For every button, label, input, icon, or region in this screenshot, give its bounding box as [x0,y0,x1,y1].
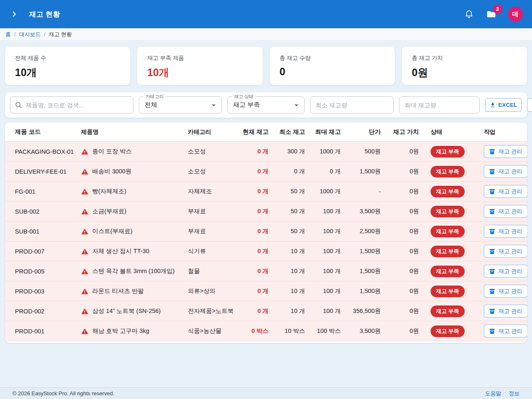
max-stock-input[interactable] [399,96,480,113]
column-header-current: 현재 재고 [242,128,270,136]
unit-price: 3,500원 [342,327,382,335]
product-name-cell: 자체 생산 접시 TT-30 [81,247,188,255]
min-stock: 50 개 [270,187,307,195]
product-name: 스텐 육각 볼트 3mm (100개입) [92,267,175,275]
card-value: 10개 [15,66,120,79]
download-icon [490,102,496,108]
current-stock: 0 개 [242,307,270,315]
manage-stock-button[interactable]: 재고 관리 [484,245,527,258]
manage-stock-button[interactable]: 재고 관리 [484,165,527,178]
product-name: 해남 호박 고구마 3kg [92,327,149,335]
breadcrumb: 홈 / 대시보드 / 재고 현황 [0,28,532,41]
current-stock: 0 개 [242,247,270,255]
warning-icon [81,228,89,235]
min-stock: 10 박스 [270,327,307,335]
archive-box-icon [489,328,495,335]
search-input[interactable] [26,102,129,108]
max-stock: 100 개 [307,207,342,215]
card-value: 0 [280,66,385,78]
manage-stock-button[interactable]: 재고 관리 [484,185,527,198]
export-csv-button[interactable]: CSV [527,98,532,112]
bell-icon [464,10,474,19]
table-row: PACKAGING-BOX-01 종이 포장 박스 소모성 0 개 300 개 … [5,142,527,162]
action-cell: 재고 관리 [480,245,527,258]
product-name: 빵(자체제조) [92,187,126,195]
table-row: PROD-002 삼성 14" 노트북 (SN-256) 전자제품>노트북 0 … [5,301,527,321]
page-title: 재고 현황 [29,10,60,19]
manage-stock-label: 재고 관리 [498,148,522,155]
manage-stock-button[interactable]: 재고 관리 [484,145,527,158]
status-cell: 재고 부족 [421,206,480,217]
product-name-cell: 이스트(부재료) [81,227,188,235]
max-stock: 0 개 [307,167,342,175]
card-low-stock-products: 재고 부족 제품 10개 [137,47,262,85]
manage-stock-label: 재고 관리 [498,168,522,175]
product-code: FG-001 [5,188,81,195]
stock-value: 0원 [382,287,421,295]
sidebar-toggle-button[interactable] [7,7,21,21]
table-header-row: 제품 코드 제품명 카테고리 현재 재고 최소 재고 최대 재고 단가 재고 가… [5,123,527,142]
min-stock: 10 개 [270,247,307,255]
product-name: 라운드 티셔츠 반팔 [92,287,144,295]
stock-status-select[interactable]: 재고 상태 재고 부족 [227,96,305,113]
folder-button[interactable]: 3 [485,8,497,20]
unit-price: 1,500원 [342,167,382,175]
breadcrumb-home[interactable]: 홈 [5,31,11,38]
chevron-down-icon [209,101,218,110]
status-badge: 재고 부족 [431,166,465,177]
card-label: 전체 제품 수 [15,54,120,62]
product-category: 부재료 [188,227,242,235]
unit-price: 356,500원 [342,307,382,315]
category-select-label: 카테고리 [143,94,166,100]
manage-stock-button[interactable]: 재고 관리 [484,205,527,218]
table-row: DELIVERY-FEE-01 배송비 3000원 소모성 0 개 0 개 0 … [5,162,527,182]
help-link[interactable]: 도움말 [485,390,501,397]
current-stock: 0 개 [242,187,270,195]
stock-value: 0원 [382,187,421,195]
product-name: 이스트(부재료) [92,227,133,235]
breadcrumb-dashboard[interactable]: 대시보드 [19,31,41,38]
avatar[interactable]: 데 [508,7,523,22]
manage-stock-button[interactable]: 재고 관리 [484,305,527,318]
min-stock: 10 개 [270,307,307,315]
export-excel-button[interactable]: EXCEL [485,98,522,112]
archive-box-icon [489,208,495,215]
manage-stock-button[interactable]: 재고 관리 [484,265,527,278]
action-cell: 재고 관리 [480,325,527,337]
card-value: 10개 [147,66,252,79]
max-stock: 100 개 [307,227,342,235]
product-name: 종이 포장 박스 [92,148,132,155]
notification-button[interactable] [463,8,475,20]
stock-status-select-label: 재고 상태 [232,94,256,100]
unit-price: 1,500원 [342,287,382,295]
status-badge: 재고 부족 [431,146,465,158]
folder-badge: 3 [493,5,502,14]
max-stock: 100 개 [307,287,342,295]
info-link[interactable]: 정보 [509,390,520,397]
stock-value: 0원 [382,307,421,315]
table-row: SUB-001 이스트(부재료) 부재료 0 개 50 개 100 개 2,50… [5,222,527,241]
card-label: 총 재고 수량 [280,54,385,62]
card-value: 0원 [412,66,517,79]
column-header-category: 카테고리 [188,128,242,136]
chevron-right-icon [10,10,18,18]
product-name-cell: 종이 포장 박스 [81,148,188,155]
action-cell: 재고 관리 [480,185,527,198]
product-name-cell: 배송비 3000원 [81,167,188,175]
status-cell: 재고 부족 [421,146,480,158]
manage-stock-label: 재고 관리 [498,288,522,295]
status-cell: 재고 부족 [421,166,480,177]
stock-value: 0원 [382,207,421,215]
manage-stock-button[interactable]: 재고 관리 [484,285,527,298]
main-content: 전체 제품 수 10개 재고 부족 제품 10개 총 재고 수량 0 총 재고 … [0,41,532,387]
manage-stock-button[interactable]: 재고 관리 [484,325,527,337]
product-name: 자체 생산 접시 TT-30 [92,247,149,255]
table-row: SUB-002 소금(부재료) 부재료 0 개 50 개 100 개 3,500… [5,202,527,222]
product-name-cell: 해남 호박 고구마 3kg [81,327,188,335]
category-select-value: 전체 [145,101,209,109]
min-stock-input[interactable] [310,96,394,113]
category-select[interactable]: 카테고리 전체 [139,96,222,113]
stock-value: 0원 [382,267,421,275]
manage-stock-button[interactable]: 재고 관리 [484,225,527,238]
max-stock: 100 개 [307,247,342,255]
